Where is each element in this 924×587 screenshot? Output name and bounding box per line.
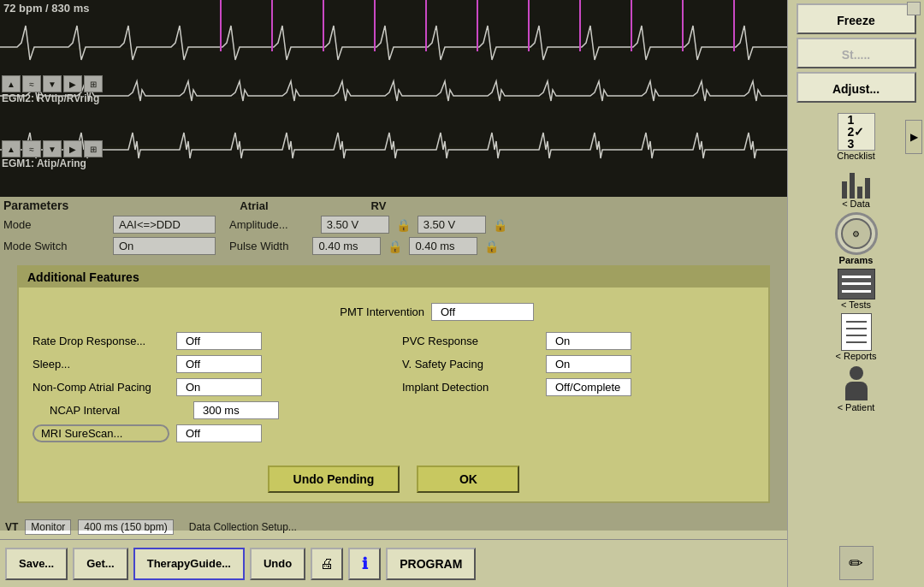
- rate-drop-label: Rate Drop Response...: [33, 335, 169, 347]
- sleep-row: Sleep... Off: [33, 353, 385, 376]
- data-icon: [838, 164, 875, 199]
- mri-row: MRI SureScan... Off: [33, 422, 385, 445]
- params-btn[interactable]: ⚙ Params: [835, 212, 878, 265]
- tests-btn[interactable]: < Tests: [838, 269, 875, 310]
- store-button[interactable]: St.....: [797, 38, 916, 68]
- reports-icon: [841, 313, 872, 351]
- save-button[interactable]: Save...: [5, 548, 68, 580]
- info-button[interactable]: ℹ: [348, 548, 381, 580]
- ok-button[interactable]: OK: [417, 465, 519, 493]
- pmt-row: PMT Intervention Off: [33, 299, 755, 324]
- checklist-label: Checklist: [837, 151, 875, 161]
- therapy-guide-button[interactable]: TherapyGuide...: [133, 548, 245, 580]
- pvc-label: PVC Response: [402, 335, 539, 347]
- get-button[interactable]: Get...: [73, 548, 128, 580]
- more-btn[interactable]: ✏: [839, 546, 874, 580]
- noncomp-label: Non-Comp Atrial Pacing: [33, 381, 169, 394]
- mri-label[interactable]: MRI SureScan...: [33, 424, 169, 442]
- patient-icon: [838, 365, 875, 402]
- implant-row: Implant Detection Off/Complete: [402, 376, 755, 399]
- data-row: < Data: [788, 164, 924, 209]
- rate-drop-row: Rate Drop Response... Off: [33, 329, 385, 353]
- pvc-row: PVC Response On: [402, 329, 755, 353]
- print-button[interactable]: 🖨: [311, 548, 343, 580]
- mri-value[interactable]: Off: [176, 424, 262, 442]
- ncap-row: NCAP Interval 300 ms: [33, 399, 385, 422]
- pmt-value[interactable]: Off: [431, 303, 534, 321]
- vsafety-row: V. Safety Pacing On: [402, 353, 755, 376]
- reports-label: < Reports: [836, 351, 877, 361]
- implant-label: Implant Detection: [402, 381, 539, 394]
- modal-title: Additional Features: [19, 267, 768, 288]
- sleep-label: Sleep...: [33, 358, 169, 371]
- params-label: Params: [839, 255, 874, 265]
- sleep-value[interactable]: Off: [176, 355, 262, 373]
- pvc-value[interactable]: On: [546, 332, 631, 350]
- checklist-icon: 12✓3: [838, 113, 875, 151]
- params-icon: ⚙: [835, 212, 878, 255]
- tests-icon: [838, 269, 875, 299]
- vsafety-value[interactable]: On: [546, 355, 631, 373]
- tests-row: < Tests: [788, 269, 924, 310]
- reports-row: < Reports: [788, 313, 924, 361]
- data-label: < Data: [842, 199, 870, 209]
- data-btn[interactable]: < Data: [838, 164, 875, 209]
- minimize-button[interactable]: [907, 2, 921, 15]
- undo-button[interactable]: Undo: [250, 548, 305, 580]
- more-icon: ✏: [839, 546, 874, 580]
- params-row: ⚙ Params: [788, 212, 924, 265]
- noncomp-value[interactable]: On: [176, 378, 262, 396]
- checklist-arrow[interactable]: ▶: [905, 120, 922, 154]
- additional-features-modal: Additional Features PMT Intervention Off…: [17, 265, 770, 503]
- reports-btn[interactable]: < Reports: [836, 313, 877, 361]
- tests-label: < Tests: [841, 299, 871, 310]
- patient-row: < Patient: [788, 365, 924, 412]
- checklist-btn[interactable]: 12✓3 Checklist: [837, 113, 875, 161]
- freeze-button[interactable]: Freeze: [797, 3, 916, 34]
- patient-btn[interactable]: < Patient: [838, 365, 875, 412]
- noncomp-row: Non-Comp Atrial Pacing On: [33, 376, 385, 399]
- undo-pending-button[interactable]: Undo Pending: [268, 465, 400, 493]
- checklist-row: 12✓3 Checklist ▶: [788, 113, 924, 161]
- patient-label: < Patient: [838, 402, 875, 412]
- adjust-button[interactable]: Adjust...: [797, 72, 916, 103]
- ncap-label: NCAP Interval: [50, 404, 187, 417]
- bottom-bar: Save... Get... TherapyGuide... Undo 🖨 ℹ …: [0, 539, 787, 587]
- modal-footer: Undo Pending OK: [19, 457, 768, 501]
- rate-drop-value[interactable]: Off: [176, 332, 262, 350]
- ncap-value[interactable]: 300 ms: [193, 401, 279, 419]
- right-panel: Freeze St..... Adjust... 12✓3 Checklist …: [787, 0, 924, 587]
- program-button[interactable]: PROGRAM: [386, 548, 476, 580]
- implant-value[interactable]: Off/Complete: [546, 378, 631, 396]
- pmt-label: PMT Intervention: [253, 305, 424, 318]
- vsafety-label: V. Safety Pacing: [402, 358, 539, 371]
